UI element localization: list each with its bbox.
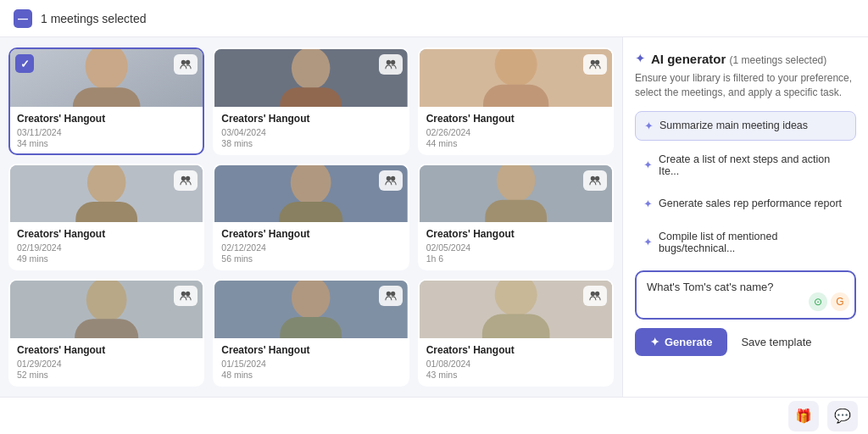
ai-suggestion-item[interactable]: ✦ Generate sales rep performance report bbox=[635, 190, 856, 218]
meeting-card[interactable]: Creators' Hangout 02/26/2024 44 mins bbox=[418, 47, 614, 155]
chat-icon: 💬 bbox=[834, 408, 851, 424]
participants-button[interactable] bbox=[174, 286, 198, 306]
meeting-card[interactable]: Creators' Hangout 01/29/2024 52 mins bbox=[8, 279, 204, 387]
selection-label: 1 meetings selected bbox=[41, 12, 147, 25]
save-template-button[interactable]: Save template bbox=[736, 328, 816, 356]
card-info: Creators' Hangout 02/12/2024 56 mins bbox=[214, 222, 407, 269]
card-duration: 52 mins bbox=[17, 370, 196, 380]
card-thumbnail bbox=[10, 165, 203, 223]
card-info: Creators' Hangout 02/26/2024 44 mins bbox=[420, 107, 612, 153]
svg-point-14 bbox=[595, 60, 599, 64]
participants-button[interactable] bbox=[379, 286, 403, 306]
ai-header: ✦ AI generator (1 meetings selected) bbox=[635, 51, 856, 66]
ai-input-icons: ⊙ G bbox=[809, 292, 849, 311]
card-duration: 1h 6 bbox=[426, 253, 605, 264]
card-duration: 49 mins bbox=[17, 253, 196, 264]
meeting-card[interactable]: Creators' Hangout 02/05/2024 1h 6 bbox=[418, 164, 614, 271]
card-thumbnail bbox=[420, 281, 612, 338]
gift-button[interactable]: 🎁 bbox=[788, 401, 819, 431]
record-icon[interactable]: ⊙ bbox=[809, 292, 827, 311]
meeting-card[interactable]: Creators' Hangout 03/04/2024 38 mins bbox=[213, 47, 409, 155]
card-duration: 43 mins bbox=[426, 370, 605, 380]
deselect-button[interactable] bbox=[14, 9, 32, 28]
meeting-card[interactable]: Creators' Hangout 02/19/2024 49 mins bbox=[8, 164, 204, 271]
suggestion-text: Compile list of mentioned bugs/technical… bbox=[659, 231, 848, 254]
meeting-card[interactable]: Creators' Hangout 03/11/2024 34 mins bbox=[8, 47, 204, 155]
card-date: 01/08/2024 bbox=[426, 359, 605, 369]
suggestion-text: Summarize main meeting ideas bbox=[659, 120, 808, 131]
svg-rect-22 bbox=[279, 202, 342, 223]
card-info: Creators' Hangout 01/08/2024 43 mins bbox=[420, 338, 612, 385]
card-thumbnail bbox=[214, 281, 407, 338]
ai-input-text: What's Tom's cat's name? bbox=[647, 281, 774, 293]
card-title: Creators' Hangout bbox=[426, 113, 605, 125]
card-title: Creators' Hangout bbox=[426, 344, 605, 356]
main-area: Creators' Hangout 03/11/2024 34 mins bbox=[0, 37, 868, 397]
card-duration: 56 mins bbox=[221, 253, 400, 264]
svg-point-24 bbox=[391, 175, 395, 180]
card-date: 02/26/2024 bbox=[426, 127, 605, 137]
suggestion-spark-icon: ✦ bbox=[643, 236, 653, 248]
top-bar: 1 meetings selected bbox=[0, 0, 868, 37]
participants-button[interactable] bbox=[174, 170, 198, 191]
card-thumbnail bbox=[214, 49, 407, 107]
ai-suggestions: ✦ Summarize main meeting ideas ✦ Create … bbox=[635, 111, 856, 267]
card-thumbnail bbox=[420, 49, 612, 107]
svg-rect-42 bbox=[482, 314, 550, 338]
svg-rect-7 bbox=[281, 87, 342, 106]
svg-point-43 bbox=[591, 292, 595, 296]
svg-point-9 bbox=[391, 60, 395, 64]
generate-button[interactable]: ✦ Generate bbox=[635, 328, 727, 356]
svg-point-4 bbox=[186, 60, 190, 64]
ai-badge: (1 meetings selected) bbox=[730, 54, 827, 66]
ai-panel: ✦ AI generator (1 meetings selected) Ens… bbox=[622, 37, 868, 397]
card-thumbnail bbox=[420, 165, 612, 223]
meeting-card[interactable]: Creators' Hangout 01/15/2024 48 mins bbox=[213, 279, 409, 387]
card-date: 01/29/2024 bbox=[17, 359, 196, 369]
participants-button[interactable] bbox=[583, 286, 607, 306]
card-date: 02/19/2024 bbox=[17, 242, 196, 253]
selected-checkmark bbox=[15, 54, 34, 73]
suggestion-spark-icon: ✦ bbox=[643, 159, 653, 171]
chat-button[interactable]: 💬 bbox=[827, 401, 858, 431]
svg-rect-17 bbox=[75, 202, 137, 223]
participants-button[interactable] bbox=[379, 170, 403, 191]
card-duration: 48 mins bbox=[221, 370, 400, 380]
ai-suggestion-item[interactable]: ✦ Create a list of next steps and action… bbox=[635, 146, 856, 185]
participants-button[interactable] bbox=[379, 54, 403, 75]
svg-rect-27 bbox=[485, 199, 547, 222]
ai-input-area[interactable]: What's Tom's cat's name? ⊙ G bbox=[635, 270, 856, 320]
card-thumbnail bbox=[214, 165, 407, 223]
suggestion-text: Generate sales rep performance report bbox=[659, 198, 842, 209]
card-title: Creators' Hangout bbox=[17, 228, 196, 240]
svg-point-29 bbox=[595, 175, 599, 180]
meeting-card[interactable]: Creators' Hangout 02/12/2024 56 mins bbox=[213, 164, 409, 271]
participants-button[interactable] bbox=[583, 54, 607, 75]
card-duration: 44 mins bbox=[426, 138, 605, 148]
card-title: Creators' Hangout bbox=[221, 113, 400, 125]
card-info: Creators' Hangout 03/11/2024 34 mins bbox=[10, 107, 203, 153]
svg-point-34 bbox=[186, 292, 190, 296]
card-date: 03/11/2024 bbox=[17, 127, 196, 137]
ai-suggestion-item[interactable]: ✦ Summarize main meeting ideas bbox=[635, 111, 856, 141]
svg-point-23 bbox=[386, 175, 390, 180]
svg-rect-12 bbox=[483, 85, 548, 107]
ai-spark-icon: ✦ bbox=[635, 51, 646, 66]
card-duration: 38 mins bbox=[221, 138, 400, 148]
participants-button[interactable] bbox=[583, 170, 607, 191]
ai-assist-icon[interactable]: G bbox=[831, 292, 849, 311]
card-title: Creators' Hangout bbox=[17, 113, 196, 125]
card-title: Creators' Hangout bbox=[221, 228, 400, 240]
ai-suggestion-item[interactable]: ✦ Compile list of mentioned bugs/technic… bbox=[635, 223, 856, 262]
ai-title: AI generator (1 meetings selected) bbox=[651, 52, 826, 66]
svg-point-8 bbox=[386, 60, 390, 64]
svg-point-28 bbox=[591, 175, 595, 180]
card-date: 02/05/2024 bbox=[426, 242, 605, 253]
svg-point-38 bbox=[386, 292, 390, 296]
card-date: 01/15/2024 bbox=[221, 359, 400, 369]
card-title: Creators' Hangout bbox=[221, 344, 400, 356]
svg-point-33 bbox=[181, 292, 186, 296]
participants-button[interactable] bbox=[174, 54, 198, 75]
suggestion-spark-icon: ✦ bbox=[644, 120, 654, 132]
meeting-card[interactable]: Creators' Hangout 01/08/2024 43 mins bbox=[418, 279, 614, 387]
